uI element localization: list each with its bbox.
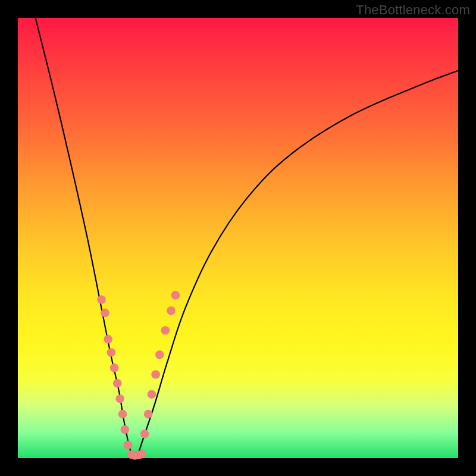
data-dot [155, 350, 164, 359]
data-dot [140, 430, 149, 438]
data-dot [121, 425, 129, 434]
curve-group [36, 18, 458, 458]
watermark-text: TheBottleneck.com [356, 2, 470, 18]
right-arm-path [137, 71, 458, 458]
data-dot [97, 295, 105, 303]
data-dot [161, 326, 170, 334]
data-dot [151, 370, 159, 378]
left-arm-path [36, 18, 133, 458]
data-dot [101, 309, 109, 317]
data-dot [118, 410, 127, 418]
data-dot [107, 348, 115, 356]
curve-layer [18, 18, 458, 458]
data-dot [167, 306, 175, 315]
data-dot [124, 441, 132, 449]
data-dot [110, 364, 118, 372]
data-dot [138, 450, 146, 458]
dots-group [97, 291, 180, 460]
data-dot [116, 394, 124, 403]
data-dot [144, 410, 152, 418]
data-dot [113, 379, 121, 387]
chart-frame: TheBottleneck.com [0, 0, 476, 476]
data-dot [171, 291, 180, 299]
plot-area [18, 18, 458, 458]
data-dot [104, 335, 112, 343]
data-dot [148, 390, 156, 399]
